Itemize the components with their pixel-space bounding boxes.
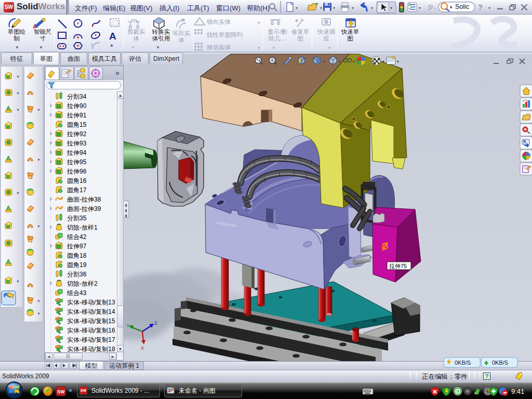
svg-text:▼: ▼	[16, 280, 20, 283]
svg-text:▼: ▼	[37, 108, 41, 112]
svg-text:▾: ▾	[488, 6, 490, 10]
svg-text:▼: ▼	[37, 224, 41, 228]
svg-text:»: »	[69, 387, 72, 394]
svg-text:▾: ▾	[353, 59, 355, 64]
svg-text:▾: ▾	[397, 59, 399, 64]
svg-text:▾: ▾	[371, 6, 373, 10]
svg-text:▼: ▼	[16, 75, 20, 78]
svg-text:▼: ▼	[37, 312, 41, 315]
svg-text:少..: 少..	[428, 4, 436, 10]
svg-text:▾: ▾	[450, 5, 453, 10]
svg-text:▾: ▾	[296, 6, 298, 10]
svg-text:▾: ▾	[333, 6, 335, 10]
svg-text:Z: Z	[154, 321, 157, 326]
svg-text:▾: ▾	[339, 59, 341, 64]
svg-text:拉伸75: 拉伸75	[389, 263, 407, 269]
svg-text:Solic: Solic	[455, 3, 469, 10]
svg-text:▼: ▼	[16, 108, 20, 112]
svg-text:?: ?	[478, 3, 483, 11]
svg-text:▾: ▾	[419, 6, 421, 10]
svg-text:▾: ▾	[323, 59, 325, 64]
svg-text:0KB/S: 0KB/S	[492, 360, 508, 366]
svg-text:A: A	[109, 31, 116, 42]
svg-text:*: *	[110, 42, 113, 51]
svg-text:▾: ▾	[352, 6, 354, 10]
svg-text:?: ?	[456, 389, 459, 394]
svg-text:▼: ▼	[37, 158, 41, 162]
svg-text:SW: SW	[57, 389, 65, 394]
svg-text:▾: ▾	[390, 6, 392, 10]
svg-text:Y: Y	[126, 323, 129, 328]
svg-text:▾: ▾	[382, 59, 384, 64]
svg-text:▾: ▾	[320, 6, 322, 10]
svg-text:▼: ▼	[16, 191, 20, 195]
svg-text:▼: ▼	[37, 299, 41, 303]
svg-text:▼: ▼	[16, 91, 20, 95]
svg-text:0KB/S: 0KB/S	[455, 360, 471, 366]
svg-text:!: !	[197, 19, 199, 25]
svg-text:X: X	[141, 345, 144, 351]
